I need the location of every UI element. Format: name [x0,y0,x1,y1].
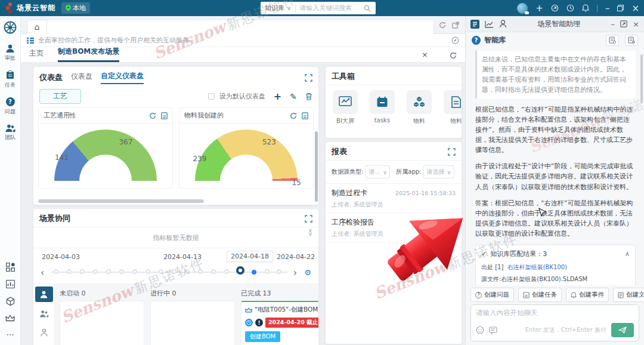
tool-tasks[interactable]: tasks [370,90,395,125]
maximize-button[interactable] [617,5,624,11]
chart-value: 15 [292,178,301,187]
more-ellipsis-icon[interactable]: ⋯ [7,330,14,339]
create-doc-button[interactable]: 创建文档 [613,288,644,302]
workspace-wheel-icon[interactable] [4,21,17,34]
analytics-chart-icon[interactable] [6,280,15,288]
compass-icon[interactable] [451,36,459,44]
slider-prev-icon[interactable]: ‹ [41,267,44,278]
create-issue-button[interactable]: ?创建问题 [470,288,514,302]
link-icon[interactable] [551,4,559,12]
minimize-button[interactable]: – [605,3,610,14]
apps-grid-icon[interactable] [6,263,15,272]
kanban-view-people-icon[interactable] [35,306,53,321]
cube-icon[interactable] [6,297,15,306]
vertical-scrollbar[interactable] [315,131,318,202]
sidebar-item-issues[interactable]: ? 问题 [4,97,16,116]
doc-settings-icon[interactable] [606,35,619,46]
kanban-view-person-outline-icon[interactable] [35,325,53,340]
tool-materials-2[interactable]: 物料 [444,90,462,125]
search-icon[interactable] [364,5,376,12]
boxes-icon [407,90,432,114]
timeline-marker-dot[interactable] [252,270,256,275]
close-button[interactable]: × [631,3,639,14]
home-tab[interactable]: ⌂ [27,20,47,34]
expand-icon[interactable] [305,74,312,82]
datasource-select[interactable]: 请...∨ [366,165,390,178]
close-tab-icon[interactable]: × [422,50,428,62]
doc-add-icon[interactable] [625,35,638,46]
page-tabs: 主页 制造BOM发布场景 × [21,47,465,63]
app-select[interactable]: 请选择∨ [423,165,454,178]
add-icon[interactable]: + [535,3,543,14]
refresh-tab-icon[interactable] [450,52,457,62]
timeline-slider[interactable]: ‹ › ⚙ [33,265,318,281]
popout-icon[interactable] [620,20,627,27]
assistant-message: 根据已知信息，“右连杆”可能是指某种机械结构中的连接部分，结合文件名和配置信息，… [475,104,636,155]
chart-export-icon[interactable] [302,112,308,119]
close-panel-icon[interactable]: × [633,20,639,29]
collapse-up-icon[interactable]: ∧ [625,249,630,260]
tool-materials[interactable]: 物料 [407,90,432,125]
send-button[interactable] [611,323,634,337]
minimize-panel-icon[interactable]: – [611,20,615,29]
search-input[interactable] [296,4,364,12]
chat-input[interactable] [476,309,634,324]
sidebar-item-approval[interactable]: 审批 [4,44,16,62]
report-row[interactable]: 工序检验报告 2025- 上传者: 系统管理员 [326,213,462,242]
app-title: 场景云智能 [17,3,55,13]
address-bar[interactable] [47,20,433,34]
tab-custom-dashboard[interactable]: 自定义仪表盘 [101,71,144,84]
timeline-current-handle[interactable] [236,266,244,275]
notes-doc-icon[interactable] [470,20,479,29]
slider-next-icon[interactable]: › [293,267,297,278]
search-scope-select[interactable]: 知识库 ∨ [261,4,296,13]
refresh-icon[interactable] [439,21,446,29]
category-button[interactable]: 工艺 [39,89,81,104]
history-clock-icon[interactable] [566,4,574,12]
chart-refresh-icon[interactable] [290,112,297,119]
kanban-view-person-icon[interactable] [35,287,53,302]
horizontal-scrollbar[interactable] [38,199,204,203]
tab-dashboard[interactable]: 仪表盘 [71,72,92,84]
timeline-date: 2024-04-03 [42,253,80,261]
kb-match-results: ✓ 知识库匹配结果：3 ∧ 出处 [1] 右连杆架组装(BK100) 源文件:右… [475,245,636,285]
emoji-icon[interactable] [476,326,484,334]
half-donut-chart: 239 523 15 [179,124,313,188]
notification-bell-icon[interactable] [582,4,589,12]
sidebar-item-team[interactable]: 团队 [4,124,16,141]
expand-icon[interactable] [448,148,456,156]
datasource-filter-label: 数据源类型: [332,168,363,176]
line-chart-icon[interactable] [485,20,494,28]
delete-trash-icon[interactable] [305,93,312,100]
add-chart-icon[interactable]: + [274,91,281,102]
chart-value: 523 [262,138,276,146]
collapse-double-chevron-icon[interactable]: ∨ ∨ [308,229,312,235]
default-dashboard-checkbox[interactable] [208,93,215,100]
open-external-icon[interactable] [452,21,459,29]
source-link-1[interactable]: 右连杆架组装(BK100) [507,264,567,270]
location-badge[interactable]: 本地 [61,2,90,14]
chart-export-icon[interactable] [161,112,168,119]
edit-icon[interactable]: ✎ [290,92,297,101]
assistant-title: 场景智能助理 [512,19,606,29]
template-message-icon[interactable] [489,326,497,334]
task-card[interactable]: "电阻T005"-创建BOM ! 2024-04-20 截止 创建BOM [241,301,318,345]
slider-settings-gear-icon[interactable]: ⚙ [304,269,311,276]
question-icon: ? [6,97,15,106]
crown-icon[interactable] [5,315,15,322]
chart-refresh-icon[interactable] [149,112,156,119]
create-task-button[interactable]: 创建任务 [518,288,562,302]
kanban-board: 未启动 0 进行中 0 已完成 13 "电阻T005"-创建BOM [33,284,318,345]
chat-scrollbar[interactable] [640,54,643,103]
app-logo-icon [5,2,13,14]
voice-assistant-icon[interactable] [499,20,507,28]
user-avatar[interactable] [517,3,528,14]
sidebar-item-tasks[interactable]: 任务 [4,70,16,89]
kanban-column-done: 已完成 13 "电阻T005"-创建BOM ! 2024-04-20 截止 [241,288,318,343]
tab-home[interactable]: 主页 [29,48,44,62]
expand-icon[interactable] [305,215,312,223]
create-event-button[interactable]: 创建事件 [566,288,609,302]
tool-bi-screen[interactable]: BI大屏 [333,90,358,125]
report-row[interactable]: 制造过程卡 2025-01-16 15:58:33 上传者: 系统管理员 [326,184,462,213]
tab-bom-scene[interactable]: 制造BOM发布场景 [58,47,119,62]
